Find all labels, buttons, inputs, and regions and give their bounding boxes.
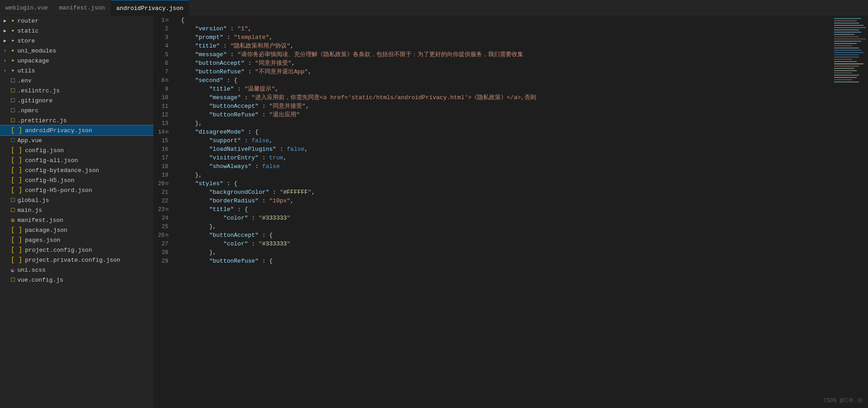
code-line-9: "title" : "温馨提示", [181,85,832,93]
sidebar-item-vueconfigjs[interactable]: ▶ □ vue.config.js [0,275,153,285]
sidebar-item-pagesjson[interactable]: ▶ [ ] pages.json [0,235,153,245]
svg-rect-27 [834,79,852,80]
sidebar-item-store[interactable]: ▶ ▪ store [0,36,153,46]
file-icon-manifestjson: ⊙ [11,216,14,224]
sidebar-item-router[interactable]: ▶ ▪ router [0,16,153,26]
line-num-13: 13 [154,119,172,128]
spacer-androidprivacy: ▶ [4,128,9,133]
file-icon-androidprivacy: [ ] [11,127,22,134]
line-num-21: 21 [154,188,172,197]
file-icon-globaljs: □ [11,197,14,204]
sidebar[interactable]: ▶ ▪ router ▶ ▪ static ▶ ▪ store › ▪ uni_… [0,16,154,408]
line-num-2: 2 [154,24,172,33]
code-line-24: "color" : "#333333" [181,214,832,222]
sidebar-label-configbytedance: config-bytedance.json [25,167,99,174]
file-icon-mainjs: □ [11,206,14,214]
code-line-3: "prompt" : "template", [181,33,832,42]
sidebar-item-globaljs[interactable]: ▶ □ global.js [0,195,153,205]
svg-rect-3 [834,25,863,26]
file-icon-pagesjson: [ ] [11,236,22,244]
svg-rect-13 [834,48,859,48]
sidebar-item-npmrc[interactable]: ▶ □ .npmrc [0,106,153,115]
sidebar-item-uniscss[interactable]: ▶ ☯ uni.scss [0,265,153,275]
sidebar-item-manifestjson[interactable]: ▶ ⊙ manifest.json [0,215,153,225]
sidebar-label-configjson: config.json [25,147,64,154]
sidebar-label-pagesjson: pages.json [25,237,60,244]
sidebar-item-configbytedance[interactable]: ▶ [ ] config-bytedance.json [0,165,153,175]
sidebar-item-projectprivatejson[interactable]: ▶ [ ] project.private.config.json [0,255,153,265]
tab-bar: weblogin.vue manifest.json androidPrivac… [0,0,868,16]
svg-rect-9 [834,38,866,39]
code-line-12: "buttonRefuse" : "退出应用" [181,110,832,119]
sidebar-label-vueconfigjs: vue.config.js [17,277,63,283]
sidebar-item-mainjs[interactable]: ▶ □ main.js [0,205,153,215]
sidebar-item-configh5[interactable]: ▶ [ ] config-H5.json [0,175,153,185]
line-num-10: 10 [154,93,172,102]
line-num-6: 6 [154,59,172,67]
svg-rect-11 [834,43,857,44]
line-num-20: 20 ⊟ [154,179,172,188]
sidebar-item-eslintrc[interactable]: ▶ □ .eslintrc.js [0,86,153,96]
sidebar-label-env: .env [17,77,31,84]
spacer-vueconfigjs: ▶ [4,277,9,283]
collapse-14[interactable]: ⊟ [166,129,168,135]
code-line-21: "backgroundColor" : "#FFFFFF", [181,188,832,197]
code-line-7: "buttonRefuse" : "不同意并退出App", [181,67,832,76]
sidebar-label-static: static [17,28,38,34]
tab-manifest[interactable]: manifest.json [54,0,111,16]
sidebar-item-configjson[interactable]: ▶ [ ] config.json [0,145,153,155]
svg-rect-17 [834,57,859,58]
sidebar-item-packagejson[interactable]: ▶ [ ] package.json [0,225,153,235]
line-num-1: 1 ⊟ [154,16,172,24]
file-icon-npmrc: □ [11,107,14,114]
svg-rect-15 [834,52,863,53]
line-num-25: 25 [154,222,172,231]
sidebar-label-packagejson: package.json [25,227,67,234]
tab-weblogin[interactable]: weblogin.vue [0,0,54,16]
sidebar-item-androidprivacy[interactable]: ▶ [ ] androidPrivacy.json [0,125,153,135]
sidebar-item-uni-modules[interactable]: › ▪ uni_modules [0,46,153,56]
collapse-26[interactable]: ⊟ [166,232,168,239]
sidebar-item-configh5pord[interactable]: ▶ [ ] config-H5-pord.json [0,185,153,195]
code-content[interactable]: { "version" : "1", "prompt" : "template"… [176,16,832,408]
line-num-5: 5 [154,50,172,59]
collapse-23[interactable]: ⊟ [166,206,168,213]
collapse-1[interactable]: ⊟ [166,17,168,24]
expand-arrow-utils: › [4,68,9,73]
line-num-22: 22 [154,197,172,205]
svg-rect-7 [834,34,854,35]
svg-rect-21 [834,66,859,67]
code-line-1: { [181,16,832,24]
sidebar-item-unpackage[interactable]: › ▪ unpackage [0,56,153,66]
sidebar-item-gitignore[interactable]: ▶ □ .gitignore [0,96,153,106]
sidebar-item-utils[interactable]: › ▪ utils [0,66,153,76]
svg-rect-5 [834,29,859,30]
svg-rect-1 [834,20,857,21]
sidebar-label-router: router [17,18,38,24]
code-line-26: "buttonAccept" : { [181,231,832,240]
sidebar-item-configali[interactable]: ▶ [ ] config-ali.json [0,155,153,165]
sidebar-label-utils: utils [17,67,35,74]
spacer-npmrc: ▶ [4,108,9,113]
watermark: CSDN @叮咚.你 [824,397,863,404]
collapse-8[interactable]: ⊟ [166,77,168,84]
sidebar-item-prettierrc[interactable]: ▶ □ .prettierrc.js [0,115,153,125]
sidebar-label-uniscss: uni.scss [17,267,45,274]
line-num-24: 24 [154,214,172,222]
sidebar-label-configh5: config-H5.json [25,177,74,184]
line-num-19: 19 [154,171,172,179]
sidebar-label-store: store [17,38,35,44]
tab-androidprivacy[interactable]: androidPrivacy.json [111,0,189,16]
sidebar-label-appvue: App.vue [17,137,42,144]
collapse-20[interactable]: ⊟ [166,180,168,187]
sidebar-item-static[interactable]: ▶ ▪ static [0,26,153,36]
sidebar-item-env[interactable]: ▶ □ .env [0,76,153,86]
code-line-10: "message" : "进入应用前，你需先同意<a href='static/… [181,93,832,102]
file-icon-vueconfigjs: □ [11,276,14,283]
svg-rect-23 [834,70,857,71]
expand-arrow-static: ▶ [4,28,9,34]
code-line-8: "second" : { [181,76,832,85]
file-icon-prettierrc: □ [11,117,14,124]
sidebar-item-projectconfigjson[interactable]: ▶ [ ] project.config.json [0,245,153,255]
sidebar-item-appvue[interactable]: ▶ □ App.vue [0,135,153,145]
